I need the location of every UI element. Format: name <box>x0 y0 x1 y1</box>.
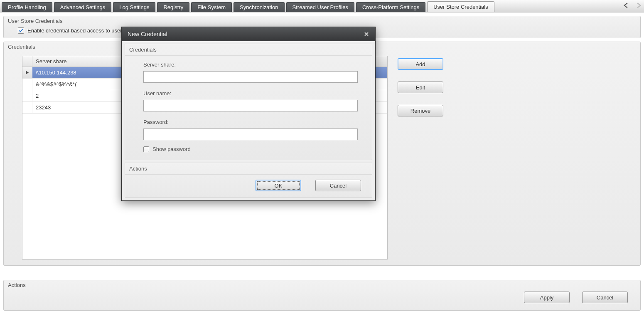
table-scrollbar-header <box>378 56 387 67</box>
server-share-label: Server share: <box>143 62 354 68</box>
group-actions: Actions Apply Cancel <box>3 280 641 311</box>
tab-user-store-credentials[interactable]: User Store Credentials <box>427 1 494 12</box>
tab-cross-platform-settings[interactable]: Cross-Platform Settings <box>356 2 425 12</box>
tab-strip: Profile Handling Advanced Settings Log S… <box>0 0 644 12</box>
dialog-close-icon[interactable] <box>363 30 370 38</box>
enable-credential-access-label: Enable credential-based access to user s… <box>27 27 135 34</box>
edit-button[interactable]: Edit <box>398 82 443 93</box>
show-password-label: Show password <box>152 146 191 152</box>
add-button[interactable]: Add <box>398 58 443 70</box>
password-input[interactable] <box>143 129 358 140</box>
enable-credential-access-checkbox[interactable] <box>18 27 24 34</box>
row-marker-header <box>22 56 32 67</box>
user-name-label: User name: <box>143 90 354 96</box>
tab-streamed-user-profiles[interactable]: Streamed User Profiles <box>286 2 354 12</box>
tab-registry[interactable]: Registry <box>157 2 189 12</box>
tab-scroll-left-icon[interactable] <box>623 2 629 9</box>
tab-file-system[interactable]: File System <box>191 2 232 12</box>
dialog-actions-section: Actions OK Cancel <box>125 163 372 198</box>
password-label: Password: <box>143 119 354 125</box>
actions-section-title: Actions <box>4 280 640 290</box>
tab-advanced-settings[interactable]: Advanced Settings <box>54 2 111 12</box>
cancel-button[interactable]: Cancel <box>582 292 628 303</box>
row-selected-marker-icon <box>22 67 32 78</box>
tab-log-settings[interactable]: Log Settings <box>113 2 155 12</box>
dialog-title: New Credential <box>128 31 167 37</box>
tab-profile-handling[interactable]: Profile Handling <box>2 2 52 12</box>
dialog-cancel-button[interactable]: Cancel <box>315 180 361 191</box>
apply-button[interactable]: Apply <box>524 292 570 303</box>
show-password-checkbox[interactable] <box>143 146 149 152</box>
dialog-ok-button[interactable]: OK <box>256 180 301 191</box>
server-share-input[interactable] <box>143 71 358 83</box>
page-title: User Store Credentials <box>4 16 640 26</box>
tab-scroll-right-icon <box>636 2 642 9</box>
tab-synchronization[interactable]: Synchronization <box>234 2 285 12</box>
dialog-credentials-section-title: Credentials <box>125 44 372 56</box>
dialog-actions-section-title: Actions <box>125 163 372 175</box>
remove-button[interactable]: Remove <box>398 105 443 116</box>
dialog-credentials-section: Credentials Server share: User name: Pas… <box>125 44 372 160</box>
user-name-input[interactable] <box>143 100 358 111</box>
new-credential-dialog: New Credential Credentials Server share:… <box>121 27 376 201</box>
